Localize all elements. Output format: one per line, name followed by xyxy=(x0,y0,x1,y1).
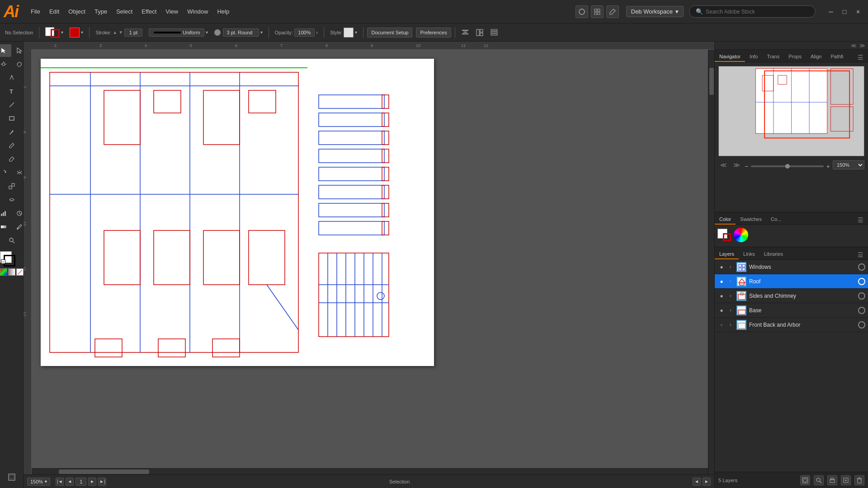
menu-view[interactable]: View xyxy=(161,6,183,17)
tab-transform[interactable]: Trans xyxy=(762,52,784,62)
fill-stroke-selector[interactable]: ⇄ xyxy=(0,251,15,267)
stroke-icon-btn[interactable] xyxy=(576,5,588,18)
warp-tool[interactable] xyxy=(4,193,19,206)
tab-pathfinder[interactable]: Pathfi xyxy=(826,52,848,62)
tab-navigator[interactable]: Navigator xyxy=(715,52,745,62)
stroke-style-chevron[interactable]: ▾ xyxy=(260,30,263,35)
layer-circle-base[interactable] xyxy=(858,307,865,314)
line-tool[interactable] xyxy=(4,99,19,111)
tab-colorguide[interactable]: Co... xyxy=(766,215,786,225)
menu-effect[interactable]: Effect xyxy=(137,6,161,17)
layer-circle-roof[interactable] xyxy=(858,278,865,285)
new-layer-btn[interactable] xyxy=(841,475,851,485)
layer-circle-frontback[interactable] xyxy=(858,321,865,328)
menu-window[interactable]: Window xyxy=(183,6,212,17)
panel-menu-btn[interactable]: ☰ xyxy=(856,53,865,62)
color-fill-stroke-mini[interactable] xyxy=(717,229,731,241)
layer-row-windows[interactable]: ● › Windows xyxy=(715,260,868,274)
collect-in-new-layer-btn[interactable] xyxy=(827,475,837,485)
layer-expand-windows[interactable]: › xyxy=(727,264,734,270)
canvas-viewport[interactable] xyxy=(32,50,708,474)
swap-icon[interactable]: ⇄ xyxy=(1,259,5,264)
scale-tool[interactable] xyxy=(4,180,19,192)
brush-icon-btn[interactable] xyxy=(606,5,619,18)
align-distribute-icon[interactable] xyxy=(459,28,472,38)
navigator-thumbnail[interactable] xyxy=(718,66,864,156)
pencil-tool[interactable] xyxy=(4,139,19,152)
tab-color[interactable]: Color xyxy=(715,215,736,225)
tab-layers[interactable]: Layers xyxy=(715,249,739,259)
layer-circle-sides[interactable] xyxy=(858,292,865,300)
tab-libraries[interactable]: Libraries xyxy=(760,249,788,259)
page-input[interactable]: 1 xyxy=(75,478,86,486)
opacity-expand-btn[interactable]: › xyxy=(316,29,318,36)
layer-row-sides[interactable]: ● › Sides and Chimney xyxy=(715,289,868,303)
layers-panel-menu-btn[interactable]: ☰ xyxy=(856,250,865,259)
stroke-fill-control[interactable]: ▾ xyxy=(67,27,85,38)
search-input[interactable] xyxy=(706,9,805,15)
more-options-icon[interactable] xyxy=(488,28,500,38)
solid-color-btn[interactable] xyxy=(0,268,7,276)
paintbrush-tool[interactable] xyxy=(4,126,19,138)
stroke-value[interactable]: 1 pt xyxy=(124,28,142,37)
rectangle-tool[interactable] xyxy=(4,112,19,125)
opacity-value[interactable]: 100% xyxy=(294,28,315,37)
menu-file[interactable]: File xyxy=(26,6,45,17)
zoom-tool[interactable] xyxy=(4,234,19,247)
layer-row-frontback[interactable]: ● › Front Back and Arbor xyxy=(715,318,868,332)
art-prev-btn[interactable]: ◄ xyxy=(693,478,701,486)
artboard[interactable] xyxy=(41,59,434,366)
layer-eye-roof[interactable]: ● xyxy=(717,277,726,286)
zoom-slider[interactable] xyxy=(751,165,824,167)
eraser-tool[interactable] xyxy=(4,153,19,165)
maximize-button[interactable]: □ xyxy=(838,5,851,18)
stroke-fill-swatch[interactable] xyxy=(70,28,80,38)
gradient-color-btn[interactable] xyxy=(8,268,15,276)
layer-expand-frontback[interactable]: › xyxy=(727,322,734,328)
tab-swatches[interactable]: Swatches xyxy=(736,215,766,225)
prev-page-btn[interactable]: ◄ xyxy=(66,478,74,486)
vertical-scroll-thumb[interactable] xyxy=(709,68,714,95)
style-swatch[interactable] xyxy=(344,28,354,38)
stroke-swatch-mini[interactable] xyxy=(51,29,60,38)
layout-icon[interactable] xyxy=(473,28,486,38)
layer-expand-roof[interactable]: › xyxy=(727,278,734,285)
workspace-selector[interactable]: Deb Workspace ▾ xyxy=(626,6,684,17)
layer-eye-sides[interactable]: ● xyxy=(717,292,726,300)
minimize-button[interactable]: ─ xyxy=(825,5,837,18)
rotate-tool[interactable] xyxy=(0,166,11,179)
menu-type[interactable]: Type xyxy=(90,6,112,17)
style-chevron[interactable]: ▾ xyxy=(355,30,357,35)
layer-eye-frontback[interactable]: ● xyxy=(717,321,726,329)
stroke-type-chevron[interactable]: ▾ xyxy=(206,30,208,35)
layer-row-roof[interactable]: ● › Roof xyxy=(715,274,868,289)
selection-tool[interactable] xyxy=(0,44,11,57)
zoom-control[interactable]: 150% ▾ xyxy=(27,478,50,486)
nav-collapse-btn[interactable]: ≪ xyxy=(718,160,729,169)
nav-expand-btn[interactable]: ≫ xyxy=(731,160,742,169)
first-page-btn[interactable]: |◄ xyxy=(56,478,64,486)
expand-right-btn[interactable]: ≫ xyxy=(859,42,865,49)
fill-control[interactable]: ▾ xyxy=(43,26,66,39)
color-stroke-mini[interactable] xyxy=(723,233,731,241)
layer-circle-windows[interactable] xyxy=(858,263,865,271)
vertical-scrollbar[interactable] xyxy=(708,50,714,474)
menu-edit[interactable]: Edit xyxy=(45,6,64,17)
none-color-btn[interactable] xyxy=(16,268,24,276)
grid-icon-btn[interactable] xyxy=(591,5,604,18)
tab-links[interactable]: Links xyxy=(739,249,760,259)
layer-eye-windows[interactable]: ● xyxy=(717,263,726,271)
color-panel-menu-btn[interactable]: ☰ xyxy=(856,216,865,225)
horizontal-scroll-thumb[interactable] xyxy=(59,469,149,474)
stroke-up-btn[interactable]: ▲ xyxy=(113,30,117,35)
stroke-style-control[interactable]: 3 pt. Round ▾ xyxy=(212,28,265,38)
change-screen-btn[interactable] xyxy=(4,471,19,483)
layer-expand-sides[interactable]: › xyxy=(727,293,734,299)
horizontal-scrollbar[interactable] xyxy=(32,468,708,474)
collapse-left-btn[interactable]: ≪ xyxy=(851,42,857,49)
menu-select[interactable]: Select xyxy=(112,6,137,17)
magic-wand-tool[interactable] xyxy=(0,58,11,70)
delete-layer-btn[interactable] xyxy=(854,475,864,485)
menu-object[interactable]: Object xyxy=(64,6,90,17)
layer-eye-base[interactable]: ● xyxy=(717,306,726,314)
